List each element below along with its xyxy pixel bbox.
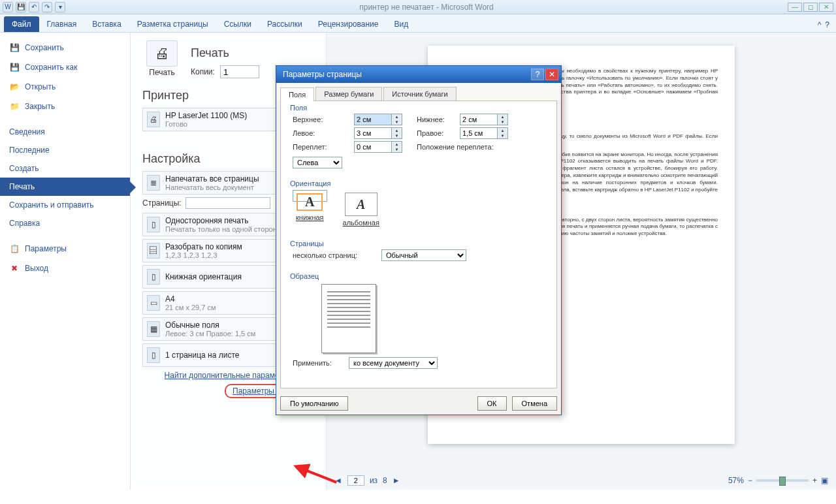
spinner-icon[interactable]: ▲▼ [498,127,508,139]
maximize-button[interactable]: ◻ [803,3,818,12]
pages-label: Страницы: [142,198,182,208]
pages-input[interactable] [185,197,270,209]
top-margin-input[interactable] [354,114,392,125]
portrait-icon: ▯ [147,269,160,285]
paper-icon: ▭ [147,295,160,311]
nav-new[interactable]: Создать [0,159,130,178]
spinner-icon[interactable]: ▲▼ [392,141,402,153]
nav-exit[interactable]: ✖Выход [0,259,130,278]
multipage-select[interactable]: Обычный [381,249,466,261]
dialog-tabs: Поля Размер бумаги Источник бумаги [276,83,561,101]
close-icon: 📁 [9,101,20,112]
portrait-option[interactable]: Aкнижная [293,190,327,202]
of-label: из [370,476,378,485]
zoom-out-button[interactable]: − [748,476,752,485]
tab-source[interactable]: Источник бумаги [383,87,456,101]
pps-icon: ▯ [147,347,160,363]
left-margin-input[interactable] [354,127,392,139]
nav-help[interactable]: Справка [0,214,130,232]
save-icon[interactable]: 💾 [16,2,26,12]
landscape-option[interactable]: Aальбомная [340,190,382,229]
help-icon[interactable]: ? [825,20,829,29]
gutter-input[interactable] [354,141,392,153]
zoom-in-button[interactable]: + [812,476,817,485]
dialog-close-button[interactable]: ✕ [545,69,558,80]
page-number-input[interactable] [347,475,364,486]
copies-label: Копии: [191,67,215,76]
undo-icon[interactable]: ↶ [29,2,39,12]
printer-icon: 🖨 [147,112,160,127]
title-bar: W 💾 ↶ ↷ ▾ принтер не печатает - Microsof… [0,0,836,14]
preview-navbar: ◄ из 8 ► 57% − + ▣ [327,474,836,487]
preview-group: Образец Применить: ко всему документу [287,274,550,376]
ok-button[interactable]: ОК [477,396,507,411]
page-setup-dialog: Параметры страницы ? ✕ Поля Размер бумаг… [276,65,562,415]
tab-insert[interactable]: Вставка [84,16,129,32]
tab-review[interactable]: Рецензирование [310,16,387,32]
portrait-icon: A [297,193,323,211]
redo-icon[interactable]: ↷ [42,2,52,12]
pages-icon: ≣ [147,175,160,191]
window-controls: — ◻ ✕ [785,3,836,12]
open-icon: 📂 [9,82,20,92]
tab-view[interactable]: Вид [386,16,416,32]
nav-share[interactable]: Сохранить и отправить [0,196,130,214]
nav-saveas[interactable]: 💾Сохранить как [0,57,130,77]
dialog-help-button[interactable]: ? [531,69,544,80]
next-page-button[interactable]: ► [393,476,400,485]
nav-print[interactable]: Печать [0,178,130,196]
right-margin-input[interactable] [460,127,498,139]
nav-close[interactable]: 📁Закрыть [0,97,130,116]
svg-line-0 [303,459,336,493]
minimize-button[interactable]: — [788,3,802,12]
exit-icon: ✖ [9,263,20,274]
tab-home[interactable]: Главная [39,16,85,32]
ribbon-tabs: Файл Главная Вставка Разметка страницы С… [0,14,836,33]
tab-file[interactable]: Файл [4,16,39,32]
margins-group: Поля Верхнее: ▲▼ Нижнее: ▲▼ Левое: ▲▼ Пр… [287,105,550,176]
ribbon-minimize-icon[interactable]: ^ [818,20,822,29]
word-app-icon[interactable]: W [3,2,13,12]
pages-group: Страницы несколько страниц: Обычный [287,241,550,268]
spinner-icon[interactable]: ▲▼ [392,127,402,139]
gutter-position-select[interactable]: Слева [293,157,342,168]
spinner-icon[interactable]: ▲▼ [498,114,508,125]
cancel-button[interactable]: Отмена [512,396,557,411]
quick-access-toolbar: W 💾 ↶ ↷ ▾ [0,2,68,12]
tab-paper[interactable]: Размер бумаги [315,87,382,101]
zoom-slider[interactable] [756,479,809,482]
dialog-title: Параметры страницы [279,70,530,79]
tab-margins[interactable]: Поля [280,87,314,101]
landscape-icon: A [345,193,378,216]
default-button[interactable]: По умолчанию [280,396,348,411]
dialog-titlebar[interactable]: Параметры страницы ? ✕ [276,66,561,83]
tab-mailings[interactable]: Рассылки [259,16,310,32]
tab-references[interactable]: Ссылки [216,16,259,32]
total-pages: 8 [383,476,387,485]
copies-input[interactable] [220,65,259,78]
options-icon: 📋 [9,244,20,254]
nav-recent[interactable]: Последние [0,141,130,159]
nav-options[interactable]: 📋Параметры [0,239,130,259]
saveas-icon: 💾 [9,62,20,72]
preview-thumbnail [321,284,376,353]
nav-open[interactable]: 📂Открыть [0,77,130,97]
bottom-margin-input[interactable] [460,114,498,125]
onesided-icon: ▯ [147,217,160,232]
apply-to-select[interactable]: ко всему документу [349,357,438,369]
margins-icon: ▦ [147,321,160,337]
zoom-value: 57% [728,476,744,485]
tab-pagelayout[interactable]: Разметка страницы [129,16,216,32]
nav-save[interactable]: 💾Сохранить [0,38,130,57]
print-button[interactable]: 🖨 Печать [142,40,182,77]
fit-page-button[interactable]: ▣ [821,476,828,485]
orientation-group: Ориентация Aкнижная Aальбомная [287,181,550,236]
save-icon: 💾 [9,42,20,53]
qat-customize-icon[interactable]: ▾ [55,2,65,12]
backstage-nav: 💾Сохранить 💾Сохранить как 📂Открыть 📁Закр… [0,33,131,490]
spinner-icon[interactable]: ▲▼ [392,114,402,125]
close-button[interactable]: ✕ [819,3,833,12]
collate-icon: ⿳ [147,243,160,259]
nav-info[interactable]: Сведения [0,123,130,141]
window-title: принтер не печатает - Microsoft Word [68,3,785,12]
